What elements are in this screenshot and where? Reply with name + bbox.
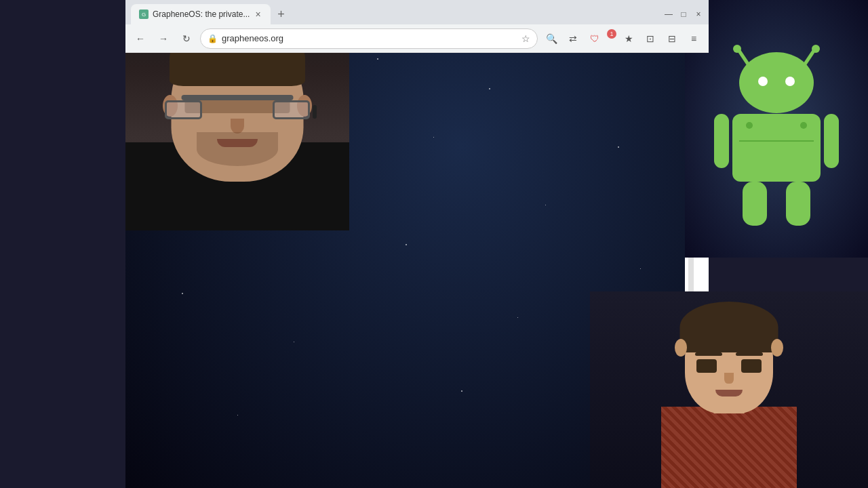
webcam-hair: [680, 302, 778, 352]
webcam-overlay: [590, 291, 868, 488]
cast-icon[interactable]: ⇄: [564, 29, 583, 48]
tab-close-button[interactable]: ×: [254, 7, 262, 21]
webcam-mouth: [715, 390, 743, 396]
svg-point-3: [812, 45, 820, 53]
toolbar-actions: 🔍 ⇄ 🛡 1 ★ ⊡ ⊟ ≡: [542, 29, 703, 48]
svg-point-5: [758, 77, 768, 86]
minimize-button[interactable]: —: [664, 9, 673, 19]
webcam-ear-right: [771, 339, 783, 357]
extensions-icon[interactable]: ★: [619, 29, 638, 48]
close-button[interactable]: ×: [694, 9, 703, 19]
android-robot-section: [685, 0, 868, 258]
svg-rect-7: [732, 114, 821, 182]
svg-point-13: [800, 122, 807, 129]
bookmark-icon[interactable]: ☆: [521, 33, 530, 44]
tab-bar: G GrapheneOS: the private... × + — □ ×: [125, 0, 709, 24]
browser-tab-active[interactable]: G GrapheneOS: the private... ×: [131, 4, 271, 24]
sidepanel-icon[interactable]: ⊟: [663, 29, 682, 48]
brave-shield-icon[interactable]: 🛡: [585, 29, 604, 48]
svg-rect-8: [714, 114, 729, 168]
notification-badge: 1: [607, 29, 616, 39]
window-controls: — □ ×: [664, 9, 703, 19]
menu-icon[interactable]: ≡: [684, 29, 703, 48]
back-button[interactable]: ←: [131, 29, 150, 48]
search-toolbar-icon[interactable]: 🔍: [542, 29, 561, 48]
new-tab-button[interactable]: +: [273, 6, 290, 22]
address-bar[interactable]: 🔒 grapheneos.org ☆: [200, 28, 538, 49]
profile-icon[interactable]: ⊡: [641, 29, 660, 48]
maximize-button[interactable]: □: [679, 9, 688, 19]
svg-point-12: [746, 122, 753, 129]
svg-point-4: [739, 52, 814, 113]
svg-rect-11: [786, 182, 810, 226]
webcam-person: [590, 291, 868, 488]
browser-chrome: G GrapheneOS: the private... × + — □ × ←…: [125, 0, 709, 53]
webcam-eyebrow-left: [695, 352, 722, 356]
webcam-eye-left: [696, 359, 717, 373]
tab-title: GrapheneOS: the private...: [153, 9, 250, 19]
svg-rect-10: [743, 182, 767, 226]
browser-toolbar: ← → ↻ 🔒 grapheneos.org ☆ 🔍 ⇄ 🛡 1 ★ ⊡ ⊟ ≡: [125, 24, 709, 53]
webcam-eyebrow-right: [736, 352, 763, 356]
forward-button[interactable]: →: [154, 29, 173, 48]
android-robot-icon: [702, 27, 851, 230]
webcam-eye-right: [741, 359, 762, 373]
tab-favicon: G: [139, 9, 149, 19]
webcam-nose: [724, 373, 734, 384]
refresh-button[interactable]: ↻: [177, 29, 196, 48]
svg-rect-9: [824, 114, 839, 168]
shirt: [661, 407, 797, 488]
svg-point-6: [785, 77, 795, 86]
webcam-ear-left: [675, 339, 687, 357]
lock-icon: 🔒: [208, 34, 218, 43]
svg-point-1: [733, 45, 741, 53]
address-text: grapheneos.org: [222, 33, 283, 43]
